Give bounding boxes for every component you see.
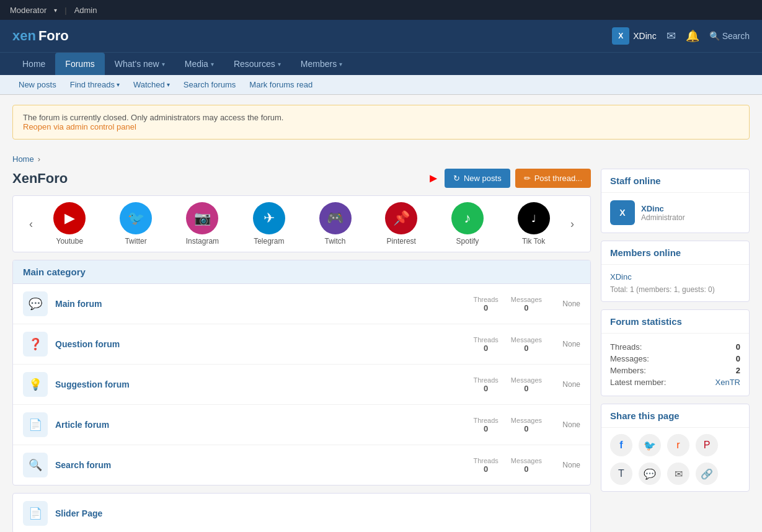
- share-page-title: Share this page: [601, 404, 749, 428]
- search-button[interactable]: 🔍 Search: [709, 31, 750, 41]
- members-total: Total: 1 (members: 1, guests: 0): [610, 285, 740, 294]
- main-nav: Home Forums What's new ▾ Media ▾ Resourc…: [0, 52, 762, 75]
- staff-online-title: Staff online: [601, 169, 749, 193]
- title-actions: ► ↻ New posts ✏ Post thread...: [427, 169, 591, 188]
- edit-icon: ✏: [524, 174, 531, 183]
- nav-item-whatsnew[interactable]: What's new ▾: [105, 53, 175, 75]
- alert-box: The forum is currently closed. Only admi…: [12, 105, 750, 140]
- share-whatsapp-button[interactable]: 💬: [639, 463, 661, 485]
- slider-page-block: 📄 Slider Page: [12, 493, 591, 532]
- messages-label: Messages:: [610, 354, 649, 363]
- pinterest-icon: 📌: [385, 202, 417, 234]
- forum-name-suggestion[interactable]: Suggestion forum: [55, 379, 466, 389]
- header: xenForo X XDinc ✉ 🔔 🔍 Search: [0, 20, 762, 52]
- sub-nav-find-threads[interactable]: Find threads ▾: [64, 78, 126, 92]
- twitch-icon: 🎮: [319, 202, 352, 234]
- messages-stat: Messages 0: [511, 457, 542, 474]
- chevron-down-icon: ▾: [54, 7, 57, 14]
- username: XDinc: [633, 31, 656, 41]
- pinterest-label: Pinterest: [387, 237, 416, 246]
- chevron-down-icon: ▾: [167, 81, 170, 88]
- social-next-button[interactable]: ›: [567, 218, 578, 231]
- youtube-label: Youtube: [56, 237, 84, 246]
- spotify-icon: ♪: [451, 202, 484, 234]
- threads-stat: Threads 0: [474, 376, 498, 393]
- forum-last: None: [549, 461, 580, 469]
- share-link-button[interactable]: 🔗: [696, 463, 718, 485]
- twitter-label: Twitter: [125, 237, 146, 246]
- nav-item-resources[interactable]: Resources ▾: [224, 53, 291, 75]
- share-facebook-button[interactable]: f: [610, 434, 632, 456]
- alert-link[interactable]: Reopen via admin control panel: [23, 122, 136, 131]
- share-pinterest-button[interactable]: P: [696, 434, 718, 456]
- twitch-label: Twitch: [325, 237, 346, 246]
- social-prev-button[interactable]: ‹: [25, 218, 37, 231]
- forum-last: None: [549, 420, 580, 429]
- logo-foro: Foro: [38, 28, 69, 44]
- stats-row-messages: Messages: 0: [610, 353, 740, 365]
- messages-value: 0: [736, 354, 740, 363]
- social-item-instagram[interactable]: 📷 Instagram: [186, 202, 219, 246]
- forum-name-search[interactable]: Search forum: [55, 460, 466, 470]
- forum-name-article[interactable]: Article forum: [55, 420, 466, 430]
- table-row: 📄 Article forum Threads 0 Messages 0 Non…: [13, 405, 590, 445]
- chevron-down-icon: ▾: [117, 81, 120, 88]
- sub-nav-watched[interactable]: Watched ▾: [127, 78, 176, 92]
- breadcrumb: Home ›: [0, 149, 762, 169]
- social-item-spotify[interactable]: ♪ Spotify: [451, 202, 484, 246]
- messages-stat: Messages 0: [511, 336, 542, 353]
- social-item-tiktok[interactable]: ♩ Tik Tok: [518, 202, 550, 246]
- admin-link[interactable]: Admin: [74, 6, 97, 15]
- table-row: 💬 Main forum Threads 0 Messages 0 None: [13, 284, 590, 324]
- header-right: X XDinc ✉ 🔔 🔍 Search: [612, 27, 750, 45]
- instagram-icon: 📷: [186, 202, 218, 234]
- slider-page-name[interactable]: Slider Page: [55, 508, 102, 518]
- refresh-icon: ↻: [453, 174, 460, 183]
- social-item-pinterest[interactable]: 📌 Pinterest: [385, 202, 417, 246]
- moderator-label[interactable]: Moderator: [10, 6, 47, 15]
- staff-member: X XDinc Administrator: [610, 200, 740, 225]
- share-twitter-button[interactable]: 🐦: [639, 434, 661, 456]
- share-tumblr-button[interactable]: T: [610, 463, 632, 485]
- forum-stats-block: Forum statistics Threads: 0 Messages: 0 …: [601, 309, 750, 396]
- sub-nav-search-forums[interactable]: Search forums: [177, 78, 242, 92]
- sub-nav-mark-forums-read[interactable]: Mark forums read: [243, 78, 319, 92]
- threads-stat: Threads 0: [474, 336, 498, 353]
- threads-label: Threads:: [610, 342, 642, 352]
- forum-name-question[interactable]: Question forum: [55, 339, 466, 349]
- nav-item-home[interactable]: Home: [12, 53, 55, 75]
- search-icon: 🔍: [709, 31, 720, 41]
- user-menu[interactable]: X XDinc: [612, 27, 656, 45]
- new-posts-button[interactable]: ↻ New posts: [445, 169, 510, 188]
- staff-name[interactable]: XDinc: [641, 204, 685, 213]
- instagram-label: Instagram: [186, 237, 219, 246]
- slider-icon: 📄: [23, 501, 48, 526]
- forum-last: None: [549, 340, 580, 348]
- post-thread-button[interactable]: ✏ Post thread...: [515, 169, 591, 188]
- share-reddit-button[interactable]: r: [667, 434, 689, 456]
- logo[interactable]: xenForo: [12, 28, 69, 44]
- online-member-name[interactable]: XDinc: [610, 272, 740, 282]
- latest-member-name[interactable]: XenTR: [715, 378, 740, 387]
- forum-icon: 💬: [23, 291, 48, 316]
- messages-stat: Messages 0: [511, 296, 542, 313]
- social-item-twitch[interactable]: 🎮 Twitch: [319, 202, 352, 246]
- members-value: 2: [736, 366, 740, 375]
- mail-icon[interactable]: ✉: [667, 29, 676, 43]
- tiktok-icon: ♩: [518, 202, 550, 234]
- nav-item-forums[interactable]: Forums: [55, 53, 104, 75]
- social-item-twitter[interactable]: 🐦 Twitter: [120, 202, 152, 246]
- breadcrumb-home[interactable]: Home: [12, 154, 34, 164]
- share-email-button[interactable]: ✉: [667, 463, 689, 485]
- social-item-youtube[interactable]: ▶ Youtube: [53, 202, 86, 246]
- forum-icon: ❓: [23, 332, 48, 357]
- bell-icon[interactable]: 🔔: [686, 29, 699, 43]
- sub-nav-new-posts[interactable]: New posts: [12, 78, 63, 92]
- sidebar: Staff online X XDinc Administrator Membe…: [601, 169, 750, 532]
- nav-item-media[interactable]: Media ▾: [175, 53, 224, 75]
- threads-stat: Threads 0: [474, 417, 498, 433]
- nav-item-members[interactable]: Members ▾: [291, 53, 352, 75]
- social-item-telegram[interactable]: ✈ Telegram: [253, 202, 285, 246]
- social-icons-wrap: ▶ Youtube 🐦 Twitter 📷 Instagram ✈ Telegr…: [37, 202, 567, 246]
- forum-name-main[interactable]: Main forum: [55, 299, 466, 309]
